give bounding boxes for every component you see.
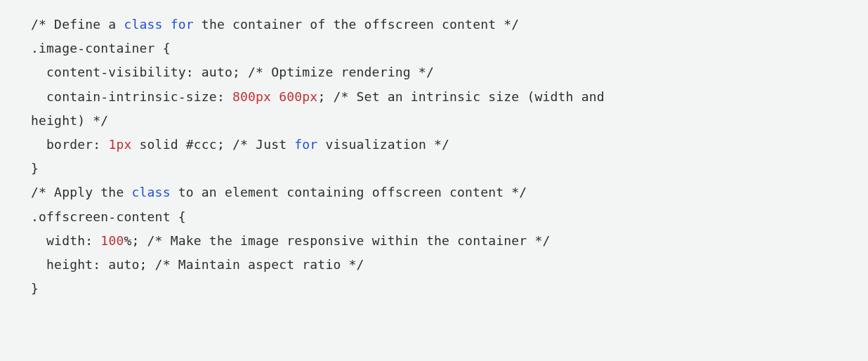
code-token: to an element containing offscreen conte…	[171, 185, 527, 199]
code-token	[163, 17, 171, 32]
code-token: }	[31, 281, 39, 296]
code-token: /* Apply the	[31, 185, 131, 199]
code-token	[271, 89, 279, 104]
code-line: }	[31, 277, 837, 301]
code-token: for	[294, 137, 317, 152]
code-block: /* Define a class for the container of t…	[0, 0, 868, 320]
code-token: content-visibility: auto; /* Optimize re…	[31, 65, 434, 79]
code-token: class	[131, 185, 170, 199]
code-token: 1px	[108, 137, 131, 152]
code-line: height: auto; /* Maintain aspect ratio *…	[31, 253, 837, 277]
code-line: contain-intrinsic-size: 800px 600px; /* …	[31, 85, 837, 109]
code-token: height) */	[31, 113, 108, 128]
code-token: border:	[31, 137, 108, 152]
code-token: the container of the offscreen content *…	[194, 17, 520, 32]
code-token: visualization */	[317, 137, 449, 152]
code-token: .offscreen-content {	[31, 209, 186, 224]
code-token: height: auto; /* Maintain aspect ratio *…	[31, 257, 364, 272]
code-token: class	[124, 17, 162, 32]
code-token: 600px	[279, 89, 317, 104]
code-line: height) */	[31, 109, 837, 133]
code-token: %; /* Make the image responsive within t…	[124, 233, 550, 248]
code-token: for	[171, 17, 194, 32]
code-token: 100	[100, 233, 124, 248]
code-token: }	[31, 161, 39, 176]
code-line: content-visibility: auto; /* Optimize re…	[31, 60, 837, 84]
code-token: 800px	[232, 89, 271, 104]
code-token: contain-intrinsic-size:	[31, 89, 232, 104]
code-line: }	[31, 157, 837, 180]
code-token: width:	[31, 233, 100, 248]
code-line: border: 1px solid #ccc; /* Just for visu…	[31, 133, 837, 157]
code-line: .offscreen-content {	[31, 205, 837, 229]
code-line: width: 100%; /* Make the image responsiv…	[31, 229, 837, 253]
code-token: /* Define a	[31, 17, 124, 32]
code-token: ; /* Set an intrinsic size (width and	[317, 89, 604, 104]
code-line: /* Apply the class to an element contain…	[31, 180, 837, 204]
code-token: solid #ccc; /* Just	[132, 137, 295, 152]
code-line: /* Define a class for the container of t…	[31, 13, 837, 37]
code-line: .image-container {	[31, 37, 837, 60]
code-token: .image-container {	[31, 41, 171, 55]
